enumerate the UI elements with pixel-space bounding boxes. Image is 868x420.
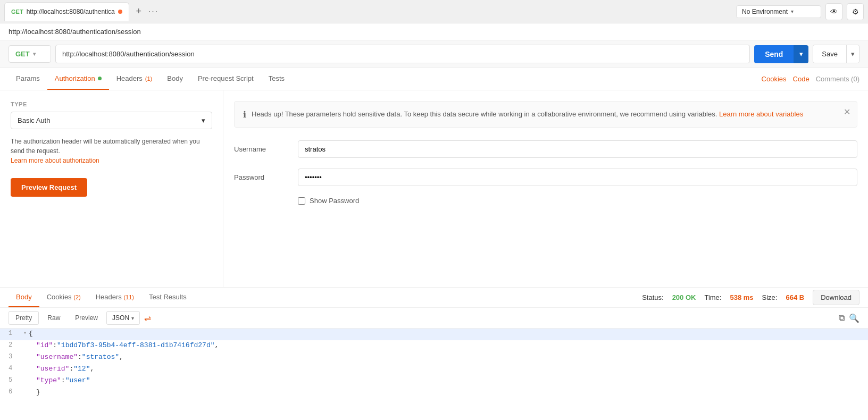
json-viewer: 1 ▾ { 2 "id": "1bdd7bf3-95b4-4eff-8381-d… <box>0 329 868 415</box>
cookies-link[interactable]: Cookies <box>762 75 787 83</box>
response-tab-body[interactable]: Body <box>9 288 39 307</box>
time-value: 538 ms <box>730 293 753 301</box>
json-collapse-toggle[interactable]: ▾ <box>23 330 27 336</box>
wrap-icon[interactable]: ⇌ <box>144 313 151 323</box>
response-tabs-row: Body Cookies (2) Headers (11) Test Resul… <box>0 288 868 308</box>
tabs-right-links: Cookies Code Comments (0) <box>762 75 859 83</box>
password-input[interactable] <box>298 169 857 186</box>
environment-selector[interactable]: No Environment ▾ <box>736 5 821 18</box>
status-value: 200 OK <box>672 293 696 301</box>
browser-tab-bar: GET http://localhost:8080/authentica + ·… <box>0 0 868 23</box>
response-area: Body Cookies (2) Headers (11) Test Resul… <box>0 287 868 415</box>
format-json-chevron-icon: ▾ <box>131 315 134 321</box>
tab-prerequest[interactable]: Pre-request Script <box>190 68 261 90</box>
download-button[interactable]: Download <box>813 290 859 305</box>
time-label: Time: <box>704 293 721 301</box>
username-label: Username <box>234 145 298 153</box>
save-button-group: Save ▾ <box>813 45 859 63</box>
auth-content-area: TYPE Basic Auth ▾ The authorization head… <box>0 90 868 287</box>
format-right-icons: ⧉ 🔍 <box>839 313 859 323</box>
format-bar: Pretty Raw Preview JSON ▾ ⇌ ⧉ 🔍 <box>0 308 868 329</box>
request-tabs-row: Params Authorization Headers (1) Body Pr… <box>0 68 868 90</box>
username-row: Username <box>234 140 857 158</box>
json-line-6: 6 } <box>0 387 868 399</box>
auth-type-value: Basic Auth <box>18 116 50 124</box>
browser-tab[interactable]: GET http://localhost:8080/authentica <box>4 2 129 21</box>
json-line-5: 5 "type": "user" <box>0 375 868 387</box>
show-password-checkbox[interactable] <box>298 197 305 205</box>
password-row: Password <box>234 169 857 186</box>
url-input[interactable] <box>55 45 750 63</box>
json-line-1: 1 ▾ { <box>0 329 868 340</box>
tab-modified-dot <box>118 10 122 14</box>
method-value: GET <box>15 50 30 58</box>
format-preview-tab[interactable]: Preview <box>69 312 104 324</box>
preview-request-button[interactable]: Preview Request <box>11 178 87 197</box>
tab-params[interactable]: Params <box>9 68 47 90</box>
auth-type-chevron-icon: ▾ <box>202 116 205 124</box>
environment-chevron-icon: ▾ <box>791 9 794 14</box>
auth-type-selector[interactable]: Basic Auth ▾ <box>11 112 212 129</box>
tab-bar-right: No Environment ▾ 👁 ⚙ <box>736 3 864 20</box>
comments-link[interactable]: Comments (0) <box>816 75 859 83</box>
alert-icon: ℹ <box>243 110 246 120</box>
request-bar: GET ▾ Send ▾ Save ▾ <box>0 40 868 68</box>
tab-authorization[interactable]: Authorization <box>47 68 109 90</box>
method-selector[interactable]: GET ▾ <box>9 45 51 63</box>
json-line-4: 4 "userid": "12", <box>0 364 868 375</box>
tab-headers[interactable]: Headers (1) <box>109 68 160 90</box>
search-icon-button[interactable]: 🔍 <box>849 313 859 323</box>
response-tab-headers[interactable]: Headers (11) <box>88 288 141 307</box>
add-tab-button[interactable]: + <box>131 4 146 19</box>
environment-label: No Environment <box>742 8 788 15</box>
url-display-bar: http://localhost:8080/authentication/ses… <box>0 23 868 40</box>
method-chevron-icon: ▾ <box>33 51 36 57</box>
url-display-text: http://localhost:8080/authentication/ses… <box>9 28 141 36</box>
format-json-label: JSON <box>112 314 129 322</box>
size-label: Size: <box>762 293 778 301</box>
save-chevron-button[interactable]: ▾ <box>846 45 859 63</box>
send-button[interactable]: Send <box>754 45 794 63</box>
auth-left-panel: TYPE Basic Auth ▾ The authorization head… <box>0 90 223 287</box>
tab-tests[interactable]: Tests <box>261 68 292 90</box>
alert-learn-more-link[interactable]: Learn more about variables <box>719 110 803 118</box>
show-password-row: Show Password <box>298 197 857 205</box>
format-pretty-tab[interactable]: Pretty <box>9 311 39 325</box>
authorization-active-dot <box>98 77 102 80</box>
auth-description: The authorization header will be automat… <box>11 137 212 165</box>
json-line-2: 2 "id": "1bdd7bf3-95b4-4eff-8381-d1b7416… <box>0 340 868 352</box>
more-options-button[interactable]: ··· <box>148 7 158 16</box>
code-link[interactable]: Code <box>793 75 809 83</box>
status-label: Status: <box>642 293 663 301</box>
send-chevron-button[interactable]: ▾ <box>794 45 808 63</box>
tab-method: GET <box>11 9 23 15</box>
tab-body[interactable]: Body <box>160 68 190 90</box>
alert-close-button[interactable]: ✕ <box>844 107 850 117</box>
format-raw-tab[interactable]: Raw <box>41 312 66 324</box>
show-password-label[interactable]: Show Password <box>310 197 359 205</box>
type-label: TYPE <box>11 101 212 107</box>
auth-right-panel: ℹ Heads up! These parameters hold sensit… <box>223 90 868 287</box>
tab-url: http://localhost:8080/authentica <box>27 8 115 15</box>
json-line-3: 3 "username": "stratos", <box>0 352 868 364</box>
response-tab-test-results[interactable]: Test Results <box>141 288 194 307</box>
copy-icon-button[interactable]: ⧉ <box>839 313 845 323</box>
format-json-selector[interactable]: JSON ▾ <box>106 311 140 325</box>
gear-icon-button[interactable]: ⚙ <box>847 3 864 20</box>
response-tab-cookies[interactable]: Cookies (2) <box>39 288 88 307</box>
alert-text: Heads up! These parameters hold sensitiv… <box>252 109 803 120</box>
username-input[interactable] <box>298 140 857 158</box>
password-label: Password <box>234 173 298 181</box>
response-status-bar: Status: 200 OK Time: 538 ms Size: 664 B … <box>642 290 859 305</box>
size-value: 664 B <box>786 293 804 301</box>
learn-more-auth-link[interactable]: Learn more about authorization <box>11 157 99 164</box>
alert-box: ℹ Heads up! These parameters hold sensit… <box>234 101 857 128</box>
eye-icon-button[interactable]: 👁 <box>825 3 842 20</box>
save-button[interactable]: Save <box>813 45 846 63</box>
send-button-group: Send ▾ <box>754 45 808 63</box>
